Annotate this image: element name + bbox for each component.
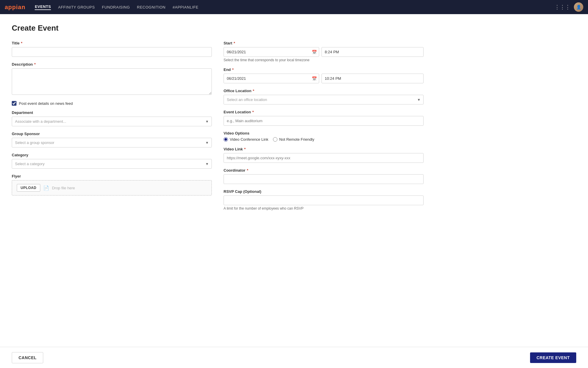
nav-appianlife[interactable]: #APPIANLIFE xyxy=(173,5,199,9)
category-group: Category Select a category ▼ xyxy=(12,153,212,169)
event-location-required: * xyxy=(251,110,254,114)
video-options-group: Video Options Video Conference Link Not … xyxy=(224,131,424,142)
video-conference-radio[interactable] xyxy=(224,137,228,142)
end-date-time-row: 📅 xyxy=(224,74,424,83)
event-location-input[interactable] xyxy=(224,116,424,126)
coordinator-required: * xyxy=(246,168,248,173)
video-link-label: Video Link * xyxy=(224,147,424,151)
timezone-hint: Select the time that corresponds to your… xyxy=(224,58,424,62)
rsvp-cap-group: RSVP Cap (Optional) A limit for the numb… xyxy=(224,189,424,210)
start-group: Start * 📅 Select the time that correspon… xyxy=(224,41,424,62)
create-event-button[interactable]: CREATE EVENT xyxy=(530,352,576,363)
rsvp-cap-label: RSVP Cap (Optional) xyxy=(224,189,424,194)
cancel-button[interactable]: CANCEL xyxy=(12,352,43,363)
title-required: * xyxy=(20,41,23,45)
flyer-group: Flyer UPLOAD 📄 Drop file here xyxy=(12,174,212,195)
not-remote-label: Not Remote Friendly xyxy=(279,137,314,142)
start-date-time-row: 📅 xyxy=(224,47,424,57)
video-options-label: Video Options xyxy=(224,131,424,135)
office-location-label: Office Location * xyxy=(224,89,424,93)
description-label: Description * xyxy=(12,62,212,67)
form-layout: Title * Description * Post event details… xyxy=(12,41,576,216)
title-label: Title * xyxy=(12,41,212,45)
post-news-feed-checkbox[interactable] xyxy=(12,101,16,106)
top-nav: appian EVENTS AFFINITY GROUPS FUNDRAISIN… xyxy=(0,0,588,14)
form-left-column: Title * Description * Post event details… xyxy=(12,41,212,216)
video-options-radio-group: Video Conference Link Not Remote Friendl… xyxy=(224,137,424,142)
department-group: Department Associate with a department..… xyxy=(12,110,212,126)
grid-icon[interactable]: ⋮⋮⋮ xyxy=(554,4,570,10)
coordinator-input[interactable] xyxy=(224,174,424,184)
avatar-image: 👤 xyxy=(574,2,583,12)
end-date-wrapper: 📅 xyxy=(224,74,319,83)
form-right-column: Start * 📅 Select the time that correspon… xyxy=(224,41,424,216)
office-location-required: * xyxy=(252,89,254,93)
department-select-wrapper: Associate with a department... ▼ xyxy=(12,117,212,126)
video-conference-label: Video Conference Link xyxy=(230,137,268,142)
group-sponsor-select-wrapper: Select a group sponsor ▼ Select a group … xyxy=(12,138,212,147)
post-news-feed-row: Post event details on news feed xyxy=(12,101,212,106)
office-location-select[interactable]: Select an office location xyxy=(224,95,424,105)
rsvp-hint: A limit for the number of employees who … xyxy=(224,206,424,210)
file-icon: 📄 xyxy=(43,185,49,191)
title-input[interactable] xyxy=(12,47,212,57)
description-textarea[interactable] xyxy=(12,68,212,95)
page-title: Create Event xyxy=(12,24,576,33)
not-remote-option[interactable]: Not Remote Friendly xyxy=(273,137,314,142)
category-select[interactable]: Select a category xyxy=(12,159,212,169)
category-label: Category xyxy=(12,153,212,157)
avatar[interactable]: 👤 xyxy=(574,2,583,12)
start-required: * xyxy=(233,41,235,45)
video-link-group: Video Link * xyxy=(224,147,424,163)
end-time-input[interactable] xyxy=(322,74,424,83)
coordinator-label: Coordinator * xyxy=(224,168,424,173)
end-required: * xyxy=(231,67,234,72)
upload-button[interactable]: UPLOAD xyxy=(17,184,40,192)
event-location-label: Event Location * xyxy=(224,110,424,114)
nav-fundraising[interactable]: FUNDRAISING xyxy=(102,5,130,9)
coordinator-group: Coordinator * xyxy=(224,168,424,184)
footer-bar: CANCEL CREATE EVENT xyxy=(0,347,588,368)
nav-right-section: ⋮⋮⋮ 👤 xyxy=(554,2,583,12)
video-link-required: * xyxy=(243,147,246,151)
not-remote-radio[interactable] xyxy=(273,137,277,142)
end-group: End * 📅 xyxy=(224,67,424,83)
office-location-select-wrapper: Select an office location ▼ xyxy=(224,95,424,105)
nav-affinity-groups[interactable]: AFFINITY GROUPS xyxy=(58,5,95,9)
office-location-group: Office Location * Select an office locat… xyxy=(224,89,424,105)
start-time-input[interactable] xyxy=(322,47,424,57)
department-select[interactable]: Associate with a department... xyxy=(12,117,212,126)
logo-text: appian xyxy=(5,4,25,11)
department-label: Department xyxy=(12,110,212,115)
group-sponsor-group: Group Sponsor Select a group sponsor ▼ S… xyxy=(12,132,212,147)
event-location-group: Event Location * xyxy=(224,110,424,126)
video-link-input[interactable] xyxy=(224,153,424,163)
start-label: Start * xyxy=(224,41,424,45)
nav-recognition[interactable]: RECOGNITION xyxy=(137,5,166,9)
flyer-label: Flyer xyxy=(12,174,212,178)
start-date-input[interactable] xyxy=(224,47,319,57)
page-wrapper: Create Event Title * Description * xyxy=(0,14,588,368)
group-sponsor-label: Group Sponsor xyxy=(12,132,212,136)
end-label: End * xyxy=(224,67,424,72)
description-required: * xyxy=(33,62,36,67)
nav-events[interactable]: EVENTS xyxy=(35,4,51,10)
end-date-input[interactable] xyxy=(224,74,319,83)
post-news-feed-label: Post event details on news feed xyxy=(19,101,73,106)
rsvp-cap-input[interactable] xyxy=(224,195,424,205)
category-select-wrapper: Select a category ▼ xyxy=(12,159,212,169)
flyer-upload-area: UPLOAD 📄 Drop file here xyxy=(12,180,212,195)
video-conference-option[interactable]: Video Conference Link xyxy=(224,137,268,142)
description-group: Description * xyxy=(12,62,212,96)
start-date-wrapper: 📅 xyxy=(224,47,319,57)
app-logo[interactable]: appian xyxy=(5,4,25,11)
group-sponsor-select[interactable]: Select a group sponsor xyxy=(12,138,212,147)
title-group: Title * xyxy=(12,41,212,57)
drop-file-text: Drop file here xyxy=(52,186,75,190)
